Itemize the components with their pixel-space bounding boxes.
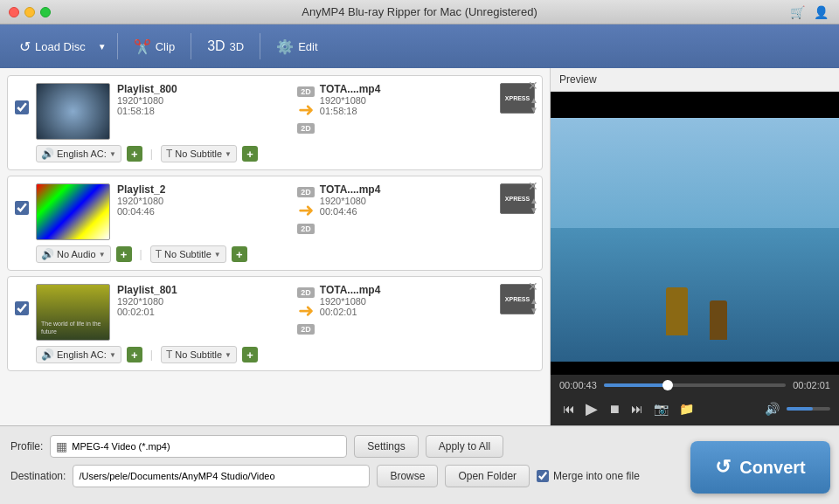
main-content: ✕ ▲▼ Playlist_800 1920*1080 01:58:18 2D … xyxy=(0,68,839,425)
file-3-audio-select[interactable]: 🔊 English AC: ▼ xyxy=(36,346,121,363)
file-1-subtitle-select[interactable]: T No Subtitle ▼ xyxy=(161,145,237,162)
close-button[interactable] xyxy=(9,7,19,17)
file-3-output-res: 1920*1080 xyxy=(320,296,495,307)
file-item-1: ✕ ▲▼ Playlist_800 1920*1080 01:58:18 2D … xyxy=(7,75,543,170)
subtitle-dropdown-2: ▼ xyxy=(214,251,221,259)
edit-button[interactable]: ⚙️ Edit xyxy=(267,34,326,59)
play-button[interactable]: ▶ xyxy=(582,397,601,420)
load-disc-dropdown[interactable]: ▼ xyxy=(94,38,110,56)
profile-icon: ▦ xyxy=(56,439,67,453)
apply-all-button[interactable]: Apply to All xyxy=(426,435,503,458)
file-1-expand-button[interactable]: ▲▼ xyxy=(530,95,538,114)
settings-button[interactable]: Settings xyxy=(354,435,418,458)
screenshot-button[interactable]: 📷 xyxy=(650,400,672,418)
divider-3 xyxy=(260,33,260,59)
load-disc-label: Load Disc xyxy=(35,40,86,53)
file-3-close-button[interactable]: ✕ xyxy=(528,280,538,293)
threed-button[interactable]: 3D 3D xyxy=(198,34,253,59)
divider-1 xyxy=(117,33,118,59)
file-3-header: The world of life in the future Playlist… xyxy=(15,284,535,341)
file-2-output-name: TOTA....mp4 xyxy=(320,183,495,196)
file-1-output: TOTA....mp4 1920*1080 01:58:18 xyxy=(320,83,495,116)
merge-label-text: Merge into one file xyxy=(553,470,640,482)
file-3-thumbnail: The world of life in the future xyxy=(36,284,110,341)
file-1-close-button[interactable]: ✕ xyxy=(528,79,538,92)
convert-button[interactable]: ↺ Convert xyxy=(690,441,830,494)
file-3-subtitle-select[interactable]: T No Subtitle ▼ xyxy=(161,346,237,363)
file-2-header: Playlist_2 1920*1080 00:04:46 2D ➜ 2D TO… xyxy=(15,183,535,240)
browse-button[interactable]: Browse xyxy=(377,465,438,487)
file-2-audio-select[interactable]: 🔊 No Audio ▼ xyxy=(36,245,111,263)
arrow-icon-1: ➜ xyxy=(298,99,314,121)
skip-end-button[interactable]: ⏭ xyxy=(628,400,647,418)
subtitle-icon-3: T xyxy=(166,349,172,361)
file-3-checkbox[interactable] xyxy=(15,301,29,315)
load-disc-button[interactable]: ↺ Load Disc xyxy=(10,34,94,59)
figure-left xyxy=(666,287,688,335)
profile-select[interactable]: ▦ MPEG-4 Video (*.mp4) xyxy=(50,435,347,458)
progress-track[interactable] xyxy=(604,383,786,387)
file-1-add-audio-button[interactable]: + xyxy=(127,146,142,162)
file-1-audio-value: English AC: xyxy=(57,148,107,159)
file-1-audio-select[interactable]: 🔊 English AC: ▼ xyxy=(36,145,121,162)
skip-start-button[interactable]: ⏮ xyxy=(559,400,579,418)
subtitle-icon-1: T xyxy=(166,148,172,160)
volume-area: 🔊 xyxy=(761,400,830,418)
file-2-checkbox[interactable] xyxy=(15,201,29,215)
file-2-thumbnail xyxy=(36,183,110,240)
file-2-name: Playlist_2 xyxy=(117,183,292,196)
file-1-thumbnail xyxy=(36,83,110,140)
file-item-2: ✕ ▲▼ Playlist_2 1920*1080 00:04:46 2D ➜ … xyxy=(7,176,543,271)
file-2-close-button[interactable]: ✕ xyxy=(528,180,538,192)
cart-icon[interactable]: 🛒 xyxy=(790,5,805,19)
audio-icon-3: 🔊 xyxy=(41,349,54,361)
user-icon[interactable]: 👤 xyxy=(814,5,829,19)
folder-button[interactable]: 📁 xyxy=(676,400,697,418)
file-1-output-dur: 01:58:18 xyxy=(320,106,495,116)
load-disc-group: ↺ Load Disc ▼ xyxy=(10,34,110,59)
file-2-add-audio-button[interactable]: + xyxy=(116,246,132,262)
maximize-button[interactable] xyxy=(40,7,51,17)
clip-button[interactable]: ✂️ Clip xyxy=(125,34,184,59)
file-1-header: Playlist_800 1920*1080 01:58:18 2D ➜ 2D … xyxy=(15,83,535,140)
file-3-add-audio-button[interactable]: + xyxy=(127,347,142,362)
toolbar: ↺ Load Disc ▼ ✂️ Clip 3D 3D ⚙️ Edit xyxy=(0,24,839,68)
minimize-button[interactable] xyxy=(24,7,35,17)
file-item-3: ✕ ▲▼ The world of life in the future Pla… xyxy=(7,276,543,371)
file-3-name: Playlist_801 xyxy=(117,284,292,296)
preview-video xyxy=(551,92,839,375)
file-3-add-subtitle-button[interactable]: + xyxy=(242,347,258,362)
badge-2d-right-1: 2D xyxy=(297,123,315,134)
scissors-icon: ✂️ xyxy=(134,38,151,55)
file-3-resolution: 1920*1080 xyxy=(117,296,292,307)
destination-input[interactable] xyxy=(73,465,370,487)
file-1-add-subtitle-button[interactable]: + xyxy=(242,146,258,162)
file-1-subtitle-value: No Subtitle xyxy=(175,148,222,159)
separator-3: | xyxy=(150,349,153,361)
convert-icon: ↺ xyxy=(715,456,731,479)
file-1-checkbox[interactable] xyxy=(15,100,29,114)
file-3-controls: 🔊 English AC: ▼ + | T No Subtitle ▼ + xyxy=(15,346,535,363)
divider-2 xyxy=(191,33,191,59)
arrow-icon-3: ➜ xyxy=(298,300,314,322)
separator-1: | xyxy=(150,148,153,160)
file-1-duration: 01:58:18 xyxy=(117,106,292,116)
file-2-subtitle-value: No Subtitle xyxy=(164,249,211,259)
badge-2d-right-3: 2D xyxy=(297,324,315,335)
time-current: 00:00:43 xyxy=(559,380,597,390)
bottom-section: Profile: ▦ MPEG-4 Video (*.mp4) Settings… xyxy=(0,425,839,504)
file-3-expand-button[interactable]: ▲▼ xyxy=(530,296,538,315)
volume-track[interactable] xyxy=(787,407,830,411)
file-2-subtitle-select[interactable]: T No Subtitle ▼ xyxy=(150,245,226,263)
file-2-add-subtitle-button[interactable]: + xyxy=(232,246,247,262)
open-folder-button[interactable]: Open Folder xyxy=(445,465,530,487)
file-2-expand-button[interactable]: ▲▼ xyxy=(530,196,538,215)
progress-thumb[interactable] xyxy=(662,380,673,390)
threed-icon: 3D xyxy=(207,38,225,54)
stop-button[interactable]: ⏹ xyxy=(605,400,624,418)
title-bar: AnyMP4 Blu-ray Ripper for Mac (Unregiste… xyxy=(0,0,839,24)
figure-right xyxy=(710,300,727,340)
merge-checkbox[interactable] xyxy=(537,470,549,482)
video-top-bar xyxy=(551,92,839,118)
audio-dropdown-3: ▼ xyxy=(109,351,116,359)
